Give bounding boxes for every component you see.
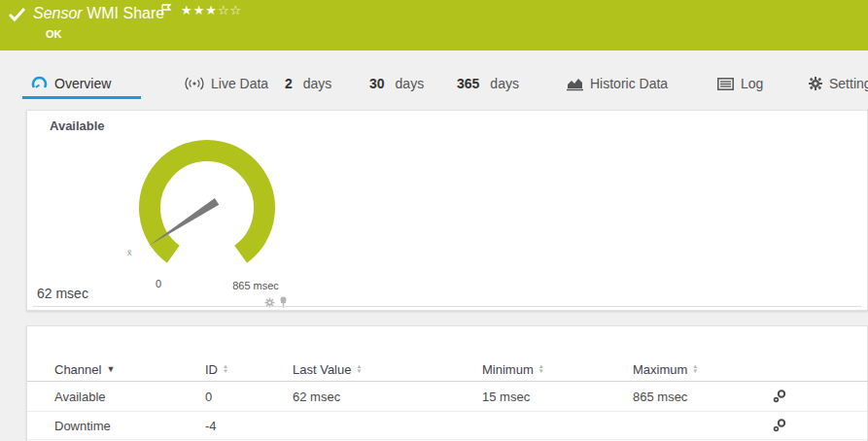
gauge-chart: x̄ (81, 124, 333, 289)
channel-name: Available (54, 382, 106, 411)
tab-label: days (396, 76, 425, 91)
tab-365-days[interactable]: 365 days (457, 73, 519, 94)
channel-name: Downtime (54, 412, 111, 439)
gauge-current-value: 62 msec (37, 286, 88, 301)
column-header-last-value[interactable]: Last Value ▲▼ (293, 357, 362, 381)
tab-historic-data[interactable]: Historic Data (567, 73, 668, 94)
sensor-status-bar: Sensor WMI Share ★★★☆☆ OK (0, 0, 868, 51)
tab-label: Log (741, 76, 763, 91)
table-row-downtime: Downtime -4 (27, 412, 867, 440)
sensor-name: WMI Share (87, 5, 164, 21)
tab-label: days (303, 76, 332, 91)
tab-number: 30 (369, 76, 385, 91)
channel-maximum: 865 msec (633, 382, 687, 411)
gauge-scale-min: 0 (144, 278, 173, 289)
table-row-available: Available 0 62 msec 15 msec 865 msec (27, 382, 867, 412)
tab-label: Live Data (211, 76, 268, 91)
gauge-icon (31, 76, 48, 92)
table-header-row: Channel ▼ ID ▲▼ Last Value ▲▼ Minimum ▲▼… (27, 357, 867, 382)
tab-bar: Overview Live Data 2 days 30 days 365 da… (0, 51, 868, 110)
tab-overview[interactable]: Overview (31, 73, 111, 94)
tab-30-days[interactable]: 30 days (369, 73, 424, 94)
historic-data-icon (567, 77, 583, 91)
gauge-footer-divider (33, 306, 861, 307)
column-header-maximum[interactable]: Maximum ▲▼ (633, 357, 698, 381)
flag-icon[interactable] (161, 3, 172, 20)
gauge-settings-gear-icon[interactable] (264, 294, 275, 312)
column-label: Maximum (633, 362, 687, 377)
tab-log[interactable]: Log (717, 73, 763, 94)
ok-check-icon (8, 7, 27, 26)
channel-settings-icon[interactable] (772, 382, 787, 411)
sort-both-icon: ▲▼ (356, 364, 362, 374)
tab-number: 2 (285, 76, 293, 91)
sort-both-icon: ▲▼ (223, 364, 228, 374)
column-header-minimum[interactable]: Minimum ▲▼ (482, 357, 544, 381)
channel-minimum: 15 msec (482, 382, 530, 411)
sort-both-icon: ▲▼ (538, 364, 544, 374)
tab-label: days (490, 76, 519, 91)
active-tab-indicator (22, 96, 141, 99)
tab-label: Settings (829, 76, 868, 91)
stars-filled: ★★★ (181, 3, 218, 17)
status-badge: OK (46, 28, 62, 40)
column-label: ID (205, 362, 218, 377)
log-icon (717, 78, 734, 90)
gauge-average-marker: x̄ (127, 248, 132, 257)
sort-both-icon: ▲▼ (692, 364, 698, 374)
channel-last-value: 62 msec (293, 382, 340, 411)
column-label: Last Value (293, 362, 351, 377)
gauge-panel: Available x̄ 0 865 msec 62 msec (26, 110, 868, 311)
column-label: Channel (54, 362, 101, 377)
gauge-pin-icon[interactable] (279, 294, 288, 312)
tab-live-data[interactable]: Live Data (185, 73, 268, 94)
channels-table-panel: Channel ▼ ID ▲▼ Last Value ▲▼ Minimum ▲▼… (26, 325, 868, 441)
tab-number: 365 (457, 76, 479, 91)
channel-id: 0 (205, 382, 212, 411)
stars-empty: ☆☆ (218, 3, 242, 17)
gauge-scale-max: 865 msec (217, 280, 295, 291)
tab-label: Historic Data (590, 76, 668, 91)
channel-id: -4 (205, 412, 217, 439)
page-title: Sensor WMI Share (33, 5, 164, 22)
settings-gear-icon (809, 77, 822, 90)
gauge-arc (150, 151, 264, 254)
live-data-icon (185, 77, 204, 90)
tab-settings[interactable]: Settings (809, 73, 868, 94)
sensor-type-label: Sensor (33, 5, 83, 21)
tab-2-days[interactable]: 2 days (285, 73, 331, 94)
column-label: Minimum (482, 362, 534, 377)
column-header-channel[interactable]: Channel ▼ (54, 357, 115, 381)
channel-settings-icon[interactable] (772, 412, 787, 439)
tab-label: Overview (54, 76, 111, 91)
column-header-id[interactable]: ID ▲▼ (205, 357, 228, 381)
priority-stars[interactable]: ★★★☆☆ (181, 3, 242, 17)
sort-desc-icon: ▼ (106, 364, 115, 374)
